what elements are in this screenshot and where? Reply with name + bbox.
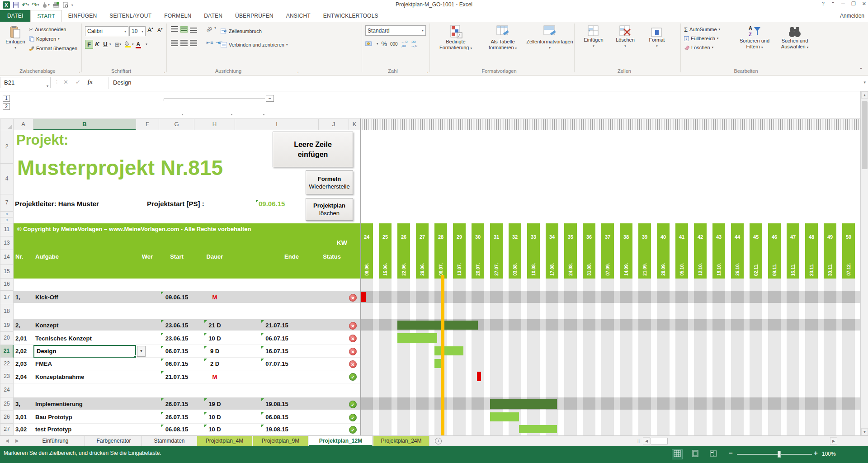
row-header-16[interactable]: 16 xyxy=(0,279,14,291)
sheet-tab-Einführung[interactable]: Einführung xyxy=(26,436,85,446)
sheet-tab-Projektplan_24M[interactable]: Projektplan_24M xyxy=(373,436,429,446)
row-header-18[interactable]: 18 xyxy=(0,304,14,319)
sign-in-link[interactable]: Anmelden xyxy=(840,10,864,22)
insert-cells-button[interactable]: ← Einfügen▾ xyxy=(579,25,609,49)
gantt-bar-row-25[interactable] xyxy=(490,399,557,409)
cell-duration-17[interactable]: M xyxy=(194,294,235,301)
restore-icon[interactable]: ❐ xyxy=(851,1,856,7)
alignment-dialog-launcher[interactable]: ⌟ xyxy=(297,69,298,74)
sheet-tab-Farbgenerator[interactable]: Farbgenerator xyxy=(86,436,142,446)
find-select-button[interactable]: Suchen undAuswählen ▾ xyxy=(775,24,814,50)
clipboard-dialog-launcher[interactable]: ⌟ xyxy=(78,69,80,74)
row-header-20[interactable]: 20 xyxy=(0,332,14,345)
column-header-B[interactable]: B xyxy=(33,118,136,130)
row-header-15[interactable]: 15 xyxy=(0,265,14,279)
zoom-slider-track[interactable] xyxy=(737,454,812,455)
status-icon-26-ok[interactable]: ✓ xyxy=(349,414,357,421)
cell-nr-27[interactable]: 3,02 xyxy=(15,426,27,433)
hscroll-right-icon[interactable]: ▶ xyxy=(830,437,837,445)
gantt-bar-row-20[interactable] xyxy=(397,333,437,343)
zoom-slider-thumb[interactable] xyxy=(778,451,781,458)
horizontal-scrollbar[interactable]: ◀ ▶ xyxy=(643,437,837,445)
ribbon-tab-ansicht[interactable]: ANSICHT xyxy=(280,10,317,22)
ribbon-tab-seitenlayout[interactable]: SEITENLAYOUT xyxy=(103,10,158,22)
cell-nr-25[interactable]: 3, xyxy=(15,401,20,407)
ribbon-tab-entwicklertools[interactable]: ENTWICKLERTOOLS xyxy=(317,10,385,22)
cell-task-17[interactable]: Kick-Off xyxy=(35,294,58,301)
outline-level-2-button[interactable]: 2 xyxy=(3,103,10,110)
cell-duration-19[interactable]: 21 D xyxy=(194,322,235,329)
status-icon-25-ok[interactable]: ✓ xyxy=(349,401,357,408)
cell-end-20[interactable]: 06.07.15 xyxy=(235,335,319,342)
horizontal-scroll-thumb[interactable] xyxy=(651,438,668,444)
row-header-27[interactable]: 27 xyxy=(0,424,14,435)
currency-icon[interactable] xyxy=(365,41,373,47)
number-format-select[interactable]: Standard▾ xyxy=(365,25,426,36)
orientation-icon[interactable]: ab xyxy=(205,25,213,33)
tabbar-grip[interactable]: ⁞⁞ xyxy=(637,439,640,444)
column-header-I[interactable]: I xyxy=(235,118,319,130)
ribbon-tab-formeln[interactable]: FORMELN xyxy=(158,10,198,22)
cell-nr-21[interactable]: 2,02 xyxy=(15,348,27,354)
sheet-tab-Projektplan_9M[interactable]: Projektplan_9M xyxy=(253,436,308,446)
cell-styles-button[interactable]: Zellenformatvorlagen▾ xyxy=(527,24,572,51)
wrap-text-button[interactable]: Zeilenumbruch xyxy=(221,27,262,35)
autosum-button[interactable]: ΣAutoSumme ▾ xyxy=(684,25,720,33)
page-break-view-button[interactable] xyxy=(708,450,718,459)
gantt-bar-row-26[interactable] xyxy=(490,412,519,421)
cell-start-27[interactable]: 06.08.15 xyxy=(159,426,194,433)
status-icon-19-error[interactable]: ✕ xyxy=(349,322,357,330)
font-dialog-launcher[interactable]: ⌟ xyxy=(163,69,165,74)
status-icon-23-ok[interactable]: ✓ xyxy=(349,373,357,381)
format-as-table-button[interactable]: Als Tabelleformatieren ▾ xyxy=(480,24,525,51)
cancel-entry-icon[interactable]: ✕ xyxy=(63,79,68,85)
cell-end-25[interactable]: 19.08.15 xyxy=(235,401,319,407)
sort-filter-button[interactable]: AZ Sortieren undFiltern ▾ xyxy=(735,24,774,50)
insert-empty-row-button[interactable]: Leere Zeile einfügen xyxy=(273,132,353,167)
hscroll-left-icon[interactable]: ◀ xyxy=(643,437,650,445)
format-cells-button[interactable]: ↔ Format▾ xyxy=(642,25,672,49)
cell-nr-22[interactable]: 2,03 xyxy=(15,360,27,367)
column-header-F[interactable]: F xyxy=(136,118,159,130)
grow-font-button[interactable]: A▴ xyxy=(147,26,153,33)
conditional-formatting-button[interactable]: ≠ BedingteFormatierung ▾ xyxy=(433,24,478,51)
copy-button[interactable]: Kopieren ▾ xyxy=(29,35,77,43)
row-header-17[interactable]: 17 xyxy=(0,291,14,304)
sheet-tab-Projektplan_4M[interactable]: Projektplan_4M xyxy=(197,436,252,446)
percent-icon[interactable]: % xyxy=(382,40,387,47)
cell-nr-23[interactable]: 2,04 xyxy=(15,373,27,380)
cell-duration-27[interactable]: 10 D xyxy=(194,426,235,433)
ribbon-display-icon[interactable]: ⌃ xyxy=(831,1,835,7)
vertical-scroll-thumb[interactable] xyxy=(862,101,868,169)
cell-nr-19[interactable]: 2, xyxy=(15,322,20,329)
merge-center-button[interactable]: Verbinden und zentrieren ▾ xyxy=(221,41,288,49)
normal-view-button[interactable] xyxy=(672,450,682,459)
font-family-select[interactable]: Calibri▾ xyxy=(85,26,128,36)
cell-start-26[interactable]: 26.07.15 xyxy=(159,414,194,420)
sheet-nav-left-icon[interactable]: ◀ xyxy=(5,438,9,443)
cell-start-19[interactable]: 23.06.15 xyxy=(159,322,194,329)
close-icon[interactable]: ✕ xyxy=(862,1,866,7)
cell-duration-25[interactable]: 19 D xyxy=(194,401,235,407)
cell-end-26[interactable]: 06.08.15 xyxy=(235,414,319,420)
align-bottom-icon[interactable] xyxy=(190,26,197,33)
project-start-date[interactable]: 09.06.15 xyxy=(259,200,285,208)
row-header-22[interactable]: 22 xyxy=(0,358,14,370)
cell-nr-26[interactable]: 3,01 xyxy=(15,414,27,420)
delete-cells-button[interactable]: Löschen▾ xyxy=(610,25,640,49)
zoom-out-icon[interactable]: − xyxy=(729,449,733,457)
row-header-21[interactable]: 21 xyxy=(0,345,14,358)
row-header-23[interactable]: 23 xyxy=(0,370,14,383)
ribbon-tab-überprüfen[interactable]: ÜBERPRÜFEN xyxy=(229,10,280,22)
outline-level-1-button[interactable]: 1 xyxy=(3,95,10,102)
status-icon-20-error[interactable]: ✕ xyxy=(349,335,357,342)
column-header-H[interactable]: H xyxy=(194,118,235,130)
decrease-decimal-icon[interactable]: ,00→,0 xyxy=(410,40,417,48)
column-header-A[interactable]: A xyxy=(14,118,33,130)
sheet-nav-right-icon[interactable]: ▶ xyxy=(15,438,19,443)
formula-bar-expand-icon[interactable]: ▾ xyxy=(863,80,866,85)
sheet-tab-Stammdaten[interactable]: Stammdaten xyxy=(143,436,196,446)
cell-start-25[interactable]: 26.07.15 xyxy=(159,401,194,407)
status-icon-21-error[interactable]: ✕ xyxy=(349,348,357,355)
formula-value[interactable]: Design xyxy=(113,79,131,86)
